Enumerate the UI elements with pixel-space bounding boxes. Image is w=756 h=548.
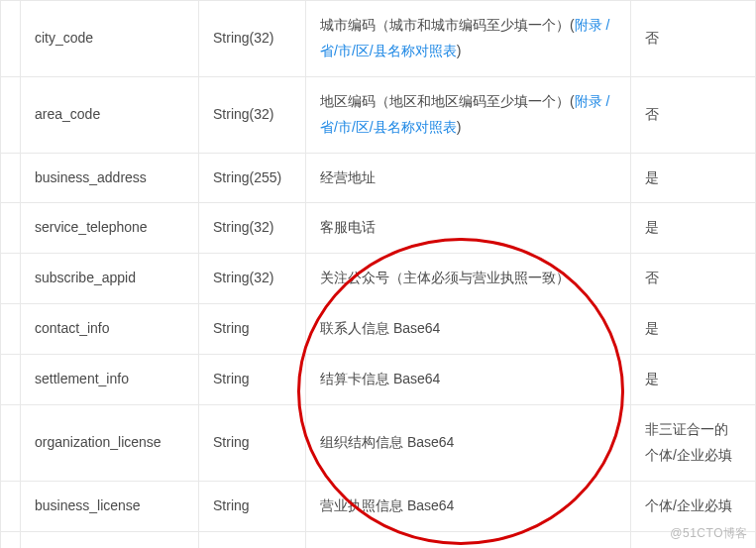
param-type-cell: String(32) [199,254,306,304]
param-desc-cell: 联系人信息 Base64 [306,304,631,355]
table-row: area_codeString(32)地区编码（地区和地区编码至少填一个）(附录… [1,76,756,153]
table-row: organization_licenseString组织结构信息 Base64非… [1,405,756,482]
row-left-gutter [1,153,21,203]
param-desc-cell: 组织结构信息 Base64 [306,405,631,482]
param-type-cell: String [199,531,306,548]
table-row: id_card_licenseString身份证信息 Base64是 [1,531,756,548]
row-left-gutter [1,254,21,304]
param-name-cell: city_code [21,1,199,77]
row-left-gutter [1,1,21,77]
param-name-cell: subscribe_appid [21,254,199,304]
param-type-cell: String(32) [199,76,306,153]
param-name-cell: contact_info [21,304,199,355]
param-required-cell: 是 [631,153,756,203]
param-required-cell: 非三证合一的个体/企业必填 [631,405,756,482]
row-left-gutter [1,405,21,482]
param-name-cell: business_license [21,481,199,531]
desc-text: 结算卡信息 Base64 [320,371,440,386]
param-type-cell: String [199,304,306,355]
param-type-cell: String(32) [199,1,306,77]
desc-text: 营业执照信息 Base64 [320,497,454,513]
desc-text: 关注公众号（主体必须与营业执照一致） [320,270,570,285]
param-desc-cell: 营业执照信息 Base64 [306,481,631,531]
desc-text: 城市编码（城市和城市编码至少填一个）( [320,17,575,33]
param-required-cell: 是 [631,355,756,405]
param-type-cell: String [199,481,306,531]
table-row: city_codeString(32)城市编码（城市和城市编码至少填一个）(附录… [1,1,756,77]
param-desc-cell: 关注公众号（主体必须与营业执照一致） [306,254,631,304]
param-name-cell: id_card_license [21,531,199,548]
desc-text: 组织结构信息 Base64 [320,434,454,450]
param-required-cell: 是 [631,203,756,254]
table-row: business_addressString(255)经营地址是 [1,153,756,203]
row-left-gutter [1,203,21,254]
desc-text-suffix: ) [457,43,462,58]
api-params-table: city_codeString(32)城市编码（城市和城市编码至少填一个）(附录… [0,0,756,548]
table-row: settlement_infoString结算卡信息 Base64是 [1,355,756,405]
param-required-cell: 否 [631,76,756,153]
table-row: business_licenseString营业执照信息 Base64个体/企业… [1,481,756,531]
param-type-cell: String(32) [199,203,306,254]
desc-text: 客服电话 [320,219,376,235]
param-name-cell: service_telephone [21,203,199,254]
param-desc-cell: 地区编码（地区和地区编码至少填一个）(附录 /省/市/区/县名称对照表) [306,76,631,153]
row-left-gutter [1,76,21,153]
param-required-cell: 否 [631,254,756,304]
param-required-cell: 否 [631,1,756,77]
row-left-gutter [1,304,21,355]
param-type-cell: String(255) [199,153,306,203]
param-desc-cell: 身份证信息 Base64 [306,531,631,548]
table-row: contact_infoString联系人信息 Base64是 [1,304,756,355]
row-left-gutter [1,531,21,548]
param-required-cell: 个体/企业必填 [631,481,756,531]
row-left-gutter [1,481,21,531]
param-type-cell: String [199,405,306,482]
param-desc-cell: 结算卡信息 Base64 [306,355,631,405]
param-desc-cell: 城市编码（城市和城市编码至少填一个）(附录 /省/市/区/县名称对照表) [306,1,631,77]
param-desc-cell: 经营地址 [306,153,631,203]
desc-text: 地区编码（地区和地区编码至少填一个）( [320,93,575,109]
row-left-gutter [1,355,21,405]
table-row: subscribe_appidString(32)关注公众号（主体必须与营业执照… [1,254,756,304]
watermark-text: @51CTO博客 [670,525,748,542]
desc-text-suffix: ) [457,119,462,135]
param-name-cell: business_address [21,153,199,203]
param-name-cell: settlement_info [21,355,199,405]
desc-text: 联系人信息 Base64 [320,320,440,336]
param-desc-cell: 客服电话 [306,203,631,254]
param-name-cell: area_code [21,76,199,153]
table-row: service_telephoneString(32)客服电话是 [1,203,756,254]
param-type-cell: String [199,355,306,405]
param-name-cell: organization_license [21,405,199,482]
param-required-cell: 是 [631,304,756,355]
desc-text: 经营地址 [320,169,376,185]
